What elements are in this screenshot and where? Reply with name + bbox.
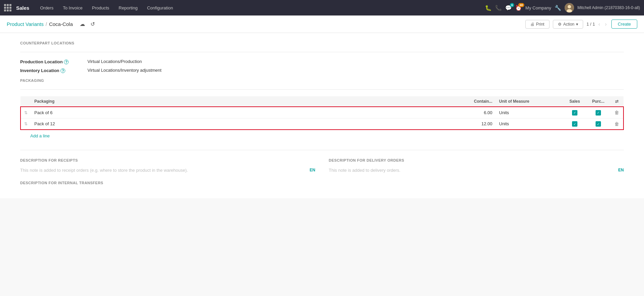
col-settings-header[interactable]: ⇄ (610, 96, 623, 107)
sort-handle-icon[interactable]: ⇅ (24, 110, 28, 115)
company-name[interactable]: My Company (525, 5, 551, 10)
breadcrumb: Product Variants / Coca-Cola ☁ ↺ (7, 20, 525, 28)
delete-cell: 🗑 (610, 107, 623, 118)
add-line-container: Add a line (20, 130, 624, 140)
packaging-name-cell: Pack of 12 (31, 118, 462, 130)
main-content: COUNTERPART LOCATIONS Production Locatio… (0, 33, 644, 296)
contains-cell: 6.00 (462, 107, 496, 118)
create-button[interactable]: Create (611, 20, 637, 29)
inventory-location-label: Inventory Location ? (20, 68, 87, 73)
col-sales-header: Sales (563, 96, 586, 107)
purch-checkbox[interactable]: ✓ (596, 110, 601, 116)
action-gear-icon: ⚙ (558, 22, 562, 27)
internal-transfers-section: DESCRIPTION FOR INTERNAL TRANSFERS (20, 181, 624, 185)
packaging-table: Packaging Contain... Unit of Measure Sal… (20, 96, 624, 130)
delete-row-button[interactable]: 🗑 (614, 121, 619, 127)
pager: 1 / 1 ‹ › (586, 21, 608, 28)
nav-to-invoice[interactable]: To Invoice (59, 3, 87, 12)
nav-products[interactable]: Products (88, 3, 113, 12)
undo-icon[interactable]: ↺ (89, 20, 96, 28)
table-row: ⇅ Pack of 12 12.00 Units ✓ ✓ 🗑 (21, 118, 623, 130)
col-purch-header: Purc... (586, 96, 610, 107)
table-row: ⇅ Pack of 6 6.00 Units ✓ ✓ 🗑 (21, 107, 623, 118)
col-uom-header: Unit of Measure (496, 96, 563, 107)
add-line-button[interactable]: Add a line (20, 130, 50, 140)
action-button[interactable]: ⚙ Action ▾ (553, 20, 583, 29)
bug-icon[interactable]: 🐛 (485, 5, 492, 11)
packaging-section: PACKAGING Packaging Contain... Unit of M… (20, 78, 624, 140)
production-location-label: Production Location ? (20, 59, 87, 64)
desc-delivery-title: DESCRIPTION FOR DELIVERY ORDERS (329, 158, 624, 162)
breadcrumb-product-variants[interactable]: Product Variants (7, 21, 44, 27)
phone-icon[interactable]: 📞 (495, 5, 502, 11)
app-grid-icon[interactable] (4, 4, 11, 11)
desc-grid: DESCRIPTION FOR RECEIPTS This note is ad… (20, 158, 624, 173)
desc-receipts-box: DESCRIPTION FOR RECEIPTS This note is ad… (20, 158, 315, 173)
breadcrumb-icons: ☁ ↺ (78, 20, 96, 28)
sort-handle-cell[interactable]: ⇅ (21, 107, 31, 118)
inventory-location-value: Virtual Locations/Inventory adjustment (87, 68, 161, 73)
cloud-save-icon[interactable]: ☁ (78, 20, 86, 28)
desc-delivery-placeholder[interactable]: This note is added to delivery orders. (329, 168, 618, 173)
chat-badge: 6 (510, 3, 514, 7)
nav-orders[interactable]: Orders (36, 3, 58, 12)
purch-checkbox[interactable]: ✓ (596, 121, 601, 127)
counterpart-locations-title: COUNTERPART LOCATIONS (20, 41, 624, 45)
delete-row-button[interactable]: 🗑 (614, 110, 619, 115)
counterpart-locations-section: COUNTERPART LOCATIONS Production Locatio… (20, 41, 624, 73)
packaging-tbody: ⇅ Pack of 6 6.00 Units ✓ ✓ 🗑 ⇅ Pack of 1… (21, 107, 623, 130)
top-nav-right: 🐛 📞 💬 6 ⏰ 40 My Company 🔧 Mitchell Admin… (485, 3, 640, 12)
production-location-row: Production Location ? Virtual Locations/… (20, 59, 624, 64)
uom-cell: Units (496, 118, 563, 130)
sales-checkbox[interactable]: ✓ (572, 110, 577, 116)
desc-receipts-lang[interactable]: EN (310, 168, 315, 172)
clock-badge: 40 (518, 3, 524, 7)
breadcrumb-separator: / (46, 22, 47, 27)
form-body: COUNTERPART LOCATIONS Production Locatio… (0, 33, 644, 198)
action-chevron-icon: ▾ (576, 22, 578, 27)
header-bar: Product Variants / Coca-Cola ☁ ↺ 🖨 Print… (0, 15, 644, 33)
pager-count: 1 / 1 (586, 22, 595, 27)
app-name[interactable]: Sales (16, 5, 29, 11)
top-navigation: Sales Orders To Invoice Products Reporti… (0, 0, 644, 15)
sales-cell: ✓ (563, 107, 586, 118)
settings-wrench-icon[interactable]: 🔧 (555, 5, 561, 11)
production-location-value: Virtual Locations/Production (87, 59, 142, 64)
user-avatar[interactable] (565, 3, 574, 12)
delete-cell: 🗑 (610, 118, 623, 130)
nav-reporting[interactable]: Reporting (115, 3, 142, 12)
pager-prev-button[interactable]: ‹ (597, 21, 601, 28)
sort-handle-icon[interactable]: ⇅ (24, 122, 28, 126)
production-location-help-icon[interactable]: ? (64, 60, 69, 64)
header-right: 🖨 Print ⚙ Action ▾ 1 / 1 ‹ › Create (525, 20, 637, 29)
print-label: Print (536, 22, 544, 27)
print-button[interactable]: 🖨 Print (525, 20, 550, 29)
desc-delivery-lang[interactable]: EN (618, 168, 624, 172)
desc-receipts-placeholder[interactable]: This note is added to receipt orders (e.… (20, 168, 310, 173)
desc-internal-title: DESCRIPTION FOR INTERNAL TRANSFERS (20, 181, 624, 185)
columns-settings-icon[interactable]: ⇄ (615, 99, 618, 104)
col-handle-header (21, 96, 31, 107)
purch-cell: ✓ (586, 118, 610, 130)
description-section: DESCRIPTION FOR RECEIPTS This note is ad… (20, 158, 624, 173)
user-name[interactable]: Mitchell Admin (21870383-16-0-all) (577, 5, 640, 10)
print-icon: 🖨 (530, 22, 534, 27)
desc-receipts-title: DESCRIPTION FOR RECEIPTS (20, 158, 315, 162)
desc-receipts-row: This note is added to receipt orders (e.… (20, 168, 315, 173)
nav-configuration[interactable]: Configuration (143, 3, 177, 12)
chat-icon[interactable]: 💬 6 (505, 5, 512, 11)
sales-cell: ✓ (563, 118, 586, 130)
uom-cell: Units (496, 107, 563, 118)
svg-point-1 (568, 5, 571, 8)
packaging-title: PACKAGING (20, 78, 624, 83)
clock-icon[interactable]: ⏰ 40 (515, 5, 522, 11)
purch-cell: ✓ (586, 107, 610, 118)
desc-delivery-row: This note is added to delivery orders. E… (329, 168, 624, 173)
inventory-location-help-icon[interactable]: ? (61, 68, 65, 73)
contains-cell: 12.00 (462, 118, 496, 130)
desc-delivery-box: DESCRIPTION FOR DELIVERY ORDERS This not… (329, 158, 624, 173)
sales-checkbox[interactable]: ✓ (572, 121, 577, 127)
sort-handle-cell[interactable]: ⇅ (21, 118, 31, 130)
breadcrumb-current: Coca-Cola (49, 21, 73, 27)
pager-next-button[interactable]: › (604, 21, 608, 28)
